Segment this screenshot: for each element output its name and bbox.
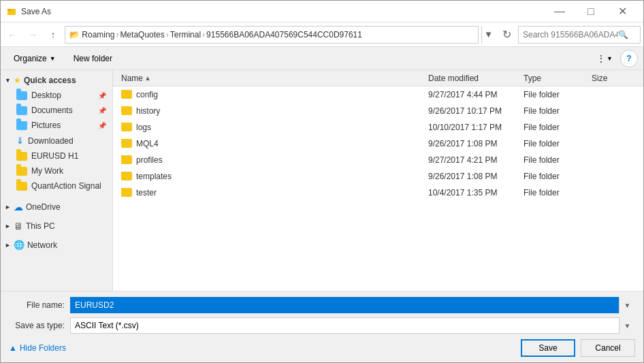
documents-label: Documents xyxy=(31,106,73,115)
search-icon: 🔍 xyxy=(618,30,628,40)
pictures-folder-icon xyxy=(16,121,27,130)
sidebar: ▼ ★ Quick access Desktop 📌 Documents 📌 P… xyxy=(1,70,113,291)
thispc-toggle[interactable]: ► 🖥 This PC xyxy=(1,218,112,234)
search-box[interactable]: 🔍 xyxy=(518,26,641,44)
folder-icon xyxy=(121,90,132,99)
filename-input[interactable] xyxy=(70,297,635,313)
breadcrumb[interactable]: 📂 Roaming › MetaQuotes › Terminal › 9155… xyxy=(65,26,479,44)
file-name: logs xyxy=(136,123,151,132)
folder-icon xyxy=(121,172,132,180)
network-chevron: ► xyxy=(5,242,11,249)
hide-folders-label: Hide Folders xyxy=(20,343,66,353)
file-date: 10/10/2017 1:17 PM xyxy=(423,123,518,132)
dialog-icon xyxy=(6,6,17,17)
col-header-date[interactable]: Date modified xyxy=(423,74,518,83)
quantaction-folder-icon xyxy=(16,182,27,191)
save-button[interactable]: Save xyxy=(521,339,575,357)
table-row[interactable]: MQL4 9/26/2017 1:08 PM File folder xyxy=(113,136,643,152)
onedrive-toggle[interactable]: ► ☁ OneDrive xyxy=(1,199,112,215)
toolbar: Organize ▼ New folder ⋮ ▼ ? xyxy=(1,47,643,70)
hide-folders-chevron: ▲ xyxy=(9,343,17,353)
file-date: 10/4/2017 1:35 PM xyxy=(423,188,518,198)
sidebar-item-pictures[interactable]: Pictures 📌 xyxy=(1,118,112,133)
file-name: config xyxy=(136,90,158,99)
quick-access-toggle[interactable]: ▼ ★ Quick access xyxy=(1,73,112,88)
sidebar-item-downloaded[interactable]: ⇓ Downloaded xyxy=(1,133,112,148)
back-button[interactable]: ← xyxy=(3,26,21,44)
cancel-button[interactable]: Cancel xyxy=(581,339,635,357)
new-folder-button[interactable]: New folder xyxy=(66,50,120,67)
file-type: File folder xyxy=(518,123,586,132)
sidebar-item-mywork[interactable]: My Work xyxy=(1,163,112,178)
savetype-dropdown[interactable]: ▼ xyxy=(619,317,635,334)
close-button[interactable]: ✕ xyxy=(607,1,638,22)
col-header-type[interactable]: Type xyxy=(518,74,586,83)
file-name: history xyxy=(136,106,160,116)
new-folder-label: New folder xyxy=(74,54,112,63)
mywork-folder-icon xyxy=(16,167,27,176)
file-date: 9/27/2017 4:44 PM xyxy=(423,90,518,99)
savetype-input xyxy=(70,317,635,334)
network-icon: 🌐 xyxy=(14,240,25,250)
table-row[interactable]: tester 10/4/2017 1:35 PM File folder xyxy=(113,185,643,201)
view-dropdown-icon: ▼ xyxy=(607,55,613,62)
window-controls: — □ ✕ xyxy=(544,1,638,22)
maximize-button[interactable]: □ xyxy=(575,1,607,22)
forward-button[interactable]: → xyxy=(24,26,42,44)
downloaded-label: Downloaded xyxy=(28,136,74,146)
hide-folders-button[interactable]: ▲ Hide Folders xyxy=(9,343,515,353)
mywork-label: My Work xyxy=(31,166,63,176)
minimize-button[interactable]: — xyxy=(544,1,575,22)
documents-folder-icon xyxy=(16,106,27,115)
table-row[interactable]: templates 9/26/2017 1:08 PM File folder xyxy=(113,168,643,185)
bc-terminal: Terminal xyxy=(170,30,201,40)
bottom-bar: File name: ▼ Save as type: ▼ ▲ Hide Fold… xyxy=(1,291,643,362)
breadcrumb-dropdown[interactable]: ▼ xyxy=(481,26,495,44)
table-row[interactable]: config 9/27/2017 4:44 PM File folder xyxy=(113,86,643,103)
thispc-chevron: ► xyxy=(5,223,11,230)
up-button[interactable]: ↑ xyxy=(44,26,62,44)
pin-icon-desktop: 📌 xyxy=(98,92,106,99)
sidebar-item-documents[interactable]: Documents 📌 xyxy=(1,103,112,118)
network-label: Network xyxy=(27,240,57,250)
file-name: MQL4 xyxy=(136,139,159,148)
table-row[interactable]: logs 10/10/2017 1:17 PM File folder xyxy=(113,119,643,136)
save-as-dialog: Save As — □ ✕ ← → ↑ 📂 Roaming › MetaQuot… xyxy=(0,0,644,363)
quick-access-star-icon: ★ xyxy=(14,76,21,85)
table-row[interactable]: profiles 9/27/2017 4:21 PM File folder xyxy=(113,152,643,168)
pin-icon-documents: 📌 xyxy=(98,107,106,114)
onedrive-chevron: ► xyxy=(5,204,11,210)
help-button[interactable]: ? xyxy=(620,50,638,67)
refresh-button[interactable]: ↻ xyxy=(498,26,515,44)
col-header-size[interactable]: Size xyxy=(586,74,641,83)
address-bar: ← → ↑ 📂 Roaming › MetaQuotes › Terminal … xyxy=(1,22,643,47)
file-date: 9/26/2017 1:08 PM xyxy=(423,172,518,181)
desktop-folder-icon xyxy=(16,91,27,100)
onedrive-label: OneDrive xyxy=(26,202,61,212)
col-header-name[interactable]: Name ▲ xyxy=(116,74,423,83)
file-type: File folder xyxy=(518,188,586,198)
thispc-label: This PC xyxy=(26,221,55,231)
savetype-row: Save as type: ▼ xyxy=(9,317,635,334)
file-date: 9/26/2017 10:17 PM xyxy=(423,106,518,116)
filename-dropdown[interactable]: ▼ xyxy=(619,297,635,313)
sidebar-item-desktop[interactable]: Desktop 📌 xyxy=(1,88,112,103)
table-row[interactable]: history 9/26/2017 10:17 PM File folder xyxy=(113,103,643,119)
folder-icon xyxy=(121,106,132,115)
view-button[interactable]: ⋮ ▼ xyxy=(592,50,617,67)
sidebar-item-eurusd[interactable]: EURUSD H1 xyxy=(1,148,112,163)
organize-label: Organize xyxy=(14,54,47,63)
organize-button[interactable]: Organize ▼ xyxy=(6,50,63,67)
network-toggle[interactable]: ► 🌐 Network xyxy=(1,237,112,253)
file-name: profiles xyxy=(136,155,163,165)
quantaction-label: QuantAction Signal xyxy=(31,181,101,191)
file-type: File folder xyxy=(518,172,586,181)
onedrive-icon: ☁ xyxy=(14,202,23,212)
title-bar-text: Save As xyxy=(21,7,544,16)
search-input[interactable] xyxy=(523,30,618,40)
sidebar-item-quantaction[interactable]: QuantAction Signal xyxy=(1,178,112,193)
quick-access-label: Quick access xyxy=(24,76,76,85)
desktop-label: Desktop xyxy=(31,91,61,100)
filename-wrapper: ▼ xyxy=(70,297,635,313)
eurusd-folder-icon xyxy=(16,152,27,161)
